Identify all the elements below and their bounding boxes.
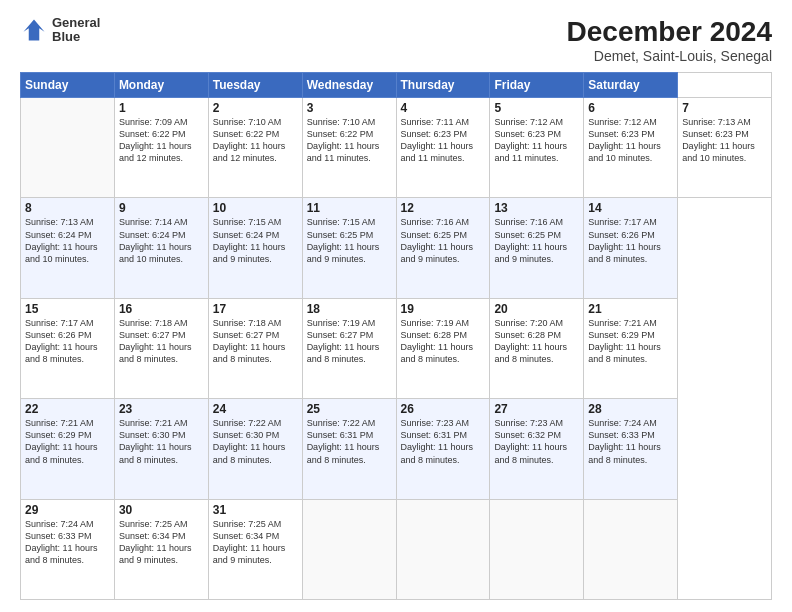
day-number: 1	[119, 101, 204, 115]
day-number: 25	[307, 402, 392, 416]
calendar-cell: 18Sunrise: 7:19 AMSunset: 6:27 PMDayligh…	[302, 298, 396, 398]
day-info: Sunrise: 7:18 AMSunset: 6:27 PMDaylight:…	[119, 317, 204, 366]
svg-marker-0	[24, 20, 45, 41]
day-number: 19	[401, 302, 486, 316]
day-info: Sunrise: 7:25 AMSunset: 6:34 PMDaylight:…	[119, 518, 204, 567]
day-info: Sunrise: 7:23 AMSunset: 6:32 PMDaylight:…	[494, 417, 579, 466]
day-number: 18	[307, 302, 392, 316]
logo-line1: General	[52, 16, 100, 30]
logo-line2: Blue	[52, 30, 100, 44]
calendar-cell: 13Sunrise: 7:16 AMSunset: 6:25 PMDayligh…	[490, 198, 584, 298]
calendar-cell: 6Sunrise: 7:12 AMSunset: 6:23 PMDaylight…	[584, 98, 678, 198]
day-info: Sunrise: 7:17 AMSunset: 6:26 PMDaylight:…	[588, 216, 673, 265]
day-info: Sunrise: 7:23 AMSunset: 6:31 PMDaylight:…	[401, 417, 486, 466]
day-header-sunday: Sunday	[21, 73, 115, 98]
calendar-cell: 5Sunrise: 7:12 AMSunset: 6:23 PMDaylight…	[490, 98, 584, 198]
calendar-cell: 12Sunrise: 7:16 AMSunset: 6:25 PMDayligh…	[396, 198, 490, 298]
day-info: Sunrise: 7:17 AMSunset: 6:26 PMDaylight:…	[25, 317, 110, 366]
day-info: Sunrise: 7:10 AMSunset: 6:22 PMDaylight:…	[307, 116, 392, 165]
day-info: Sunrise: 7:12 AMSunset: 6:23 PMDaylight:…	[588, 116, 673, 165]
day-number: 9	[119, 201, 204, 215]
calendar-cell: 21Sunrise: 7:21 AMSunset: 6:29 PMDayligh…	[584, 298, 678, 398]
calendar-cell: 19Sunrise: 7:19 AMSunset: 6:28 PMDayligh…	[396, 298, 490, 398]
day-info: Sunrise: 7:19 AMSunset: 6:27 PMDaylight:…	[307, 317, 392, 366]
day-info: Sunrise: 7:18 AMSunset: 6:27 PMDaylight:…	[213, 317, 298, 366]
logo-icon	[20, 16, 48, 44]
day-number: 30	[119, 503, 204, 517]
calendar-cell: 10Sunrise: 7:15 AMSunset: 6:24 PMDayligh…	[208, 198, 302, 298]
day-header-saturday: Saturday	[584, 73, 678, 98]
day-number: 20	[494, 302, 579, 316]
day-info: Sunrise: 7:10 AMSunset: 6:22 PMDaylight:…	[213, 116, 298, 165]
calendar-cell: 23Sunrise: 7:21 AMSunset: 6:30 PMDayligh…	[114, 399, 208, 499]
day-info: Sunrise: 7:21 AMSunset: 6:29 PMDaylight:…	[588, 317, 673, 366]
calendar-cell: 11Sunrise: 7:15 AMSunset: 6:25 PMDayligh…	[302, 198, 396, 298]
day-number: 11	[307, 201, 392, 215]
calendar-cell: 31Sunrise: 7:25 AMSunset: 6:34 PMDayligh…	[208, 499, 302, 599]
day-number: 26	[401, 402, 486, 416]
page: General Blue December 2024 Demet, Saint-…	[0, 0, 792, 612]
calendar-cell: 8Sunrise: 7:13 AMSunset: 6:24 PMDaylight…	[21, 198, 115, 298]
calendar-title: December 2024	[567, 16, 772, 48]
day-info: Sunrise: 7:09 AMSunset: 6:22 PMDaylight:…	[119, 116, 204, 165]
calendar-week-0: 1Sunrise: 7:09 AMSunset: 6:22 PMDaylight…	[21, 98, 772, 198]
day-number: 15	[25, 302, 110, 316]
calendar-cell	[302, 499, 396, 599]
calendar-cell: 4Sunrise: 7:11 AMSunset: 6:23 PMDaylight…	[396, 98, 490, 198]
day-number: 23	[119, 402, 204, 416]
logo: General Blue	[20, 16, 100, 45]
day-number: 12	[401, 201, 486, 215]
day-info: Sunrise: 7:14 AMSunset: 6:24 PMDaylight:…	[119, 216, 204, 265]
day-number: 31	[213, 503, 298, 517]
day-info: Sunrise: 7:21 AMSunset: 6:30 PMDaylight:…	[119, 417, 204, 466]
day-info: Sunrise: 7:16 AMSunset: 6:25 PMDaylight:…	[494, 216, 579, 265]
day-number: 2	[213, 101, 298, 115]
calendar-cell: 26Sunrise: 7:23 AMSunset: 6:31 PMDayligh…	[396, 399, 490, 499]
calendar-cell: 20Sunrise: 7:20 AMSunset: 6:28 PMDayligh…	[490, 298, 584, 398]
day-number: 24	[213, 402, 298, 416]
calendar-week-4: 29Sunrise: 7:24 AMSunset: 6:33 PMDayligh…	[21, 499, 772, 599]
day-header-wednesday: Wednesday	[302, 73, 396, 98]
calendar-cell: 22Sunrise: 7:21 AMSunset: 6:29 PMDayligh…	[21, 399, 115, 499]
day-number: 3	[307, 101, 392, 115]
day-number: 21	[588, 302, 673, 316]
calendar-cell	[396, 499, 490, 599]
day-number: 17	[213, 302, 298, 316]
calendar-cell: 29Sunrise: 7:24 AMSunset: 6:33 PMDayligh…	[21, 499, 115, 599]
calendar-cell: 16Sunrise: 7:18 AMSunset: 6:27 PMDayligh…	[114, 298, 208, 398]
day-info: Sunrise: 7:24 AMSunset: 6:33 PMDaylight:…	[25, 518, 110, 567]
calendar-table: SundayMondayTuesdayWednesdayThursdayFrid…	[20, 72, 772, 600]
title-block: December 2024 Demet, Saint-Louis, Senega…	[567, 16, 772, 64]
calendar-cell: 14Sunrise: 7:17 AMSunset: 6:26 PMDayligh…	[584, 198, 678, 298]
day-number: 8	[25, 201, 110, 215]
day-info: Sunrise: 7:16 AMSunset: 6:25 PMDaylight:…	[401, 216, 486, 265]
day-info: Sunrise: 7:22 AMSunset: 6:30 PMDaylight:…	[213, 417, 298, 466]
day-number: 28	[588, 402, 673, 416]
calendar-cell: 28Sunrise: 7:24 AMSunset: 6:33 PMDayligh…	[584, 399, 678, 499]
day-info: Sunrise: 7:12 AMSunset: 6:23 PMDaylight:…	[494, 116, 579, 165]
day-info: Sunrise: 7:15 AMSunset: 6:25 PMDaylight:…	[307, 216, 392, 265]
day-info: Sunrise: 7:24 AMSunset: 6:33 PMDaylight:…	[588, 417, 673, 466]
day-info: Sunrise: 7:21 AMSunset: 6:29 PMDaylight:…	[25, 417, 110, 466]
day-number: 4	[401, 101, 486, 115]
calendar-cell: 25Sunrise: 7:22 AMSunset: 6:31 PMDayligh…	[302, 399, 396, 499]
calendar-cell	[584, 499, 678, 599]
day-info: Sunrise: 7:13 AMSunset: 6:23 PMDaylight:…	[682, 116, 767, 165]
day-number: 29	[25, 503, 110, 517]
day-header-tuesday: Tuesday	[208, 73, 302, 98]
day-number: 10	[213, 201, 298, 215]
day-info: Sunrise: 7:13 AMSunset: 6:24 PMDaylight:…	[25, 216, 110, 265]
calendar-cell: 9Sunrise: 7:14 AMSunset: 6:24 PMDaylight…	[114, 198, 208, 298]
day-info: Sunrise: 7:15 AMSunset: 6:24 PMDaylight:…	[213, 216, 298, 265]
day-info: Sunrise: 7:22 AMSunset: 6:31 PMDaylight:…	[307, 417, 392, 466]
day-number: 5	[494, 101, 579, 115]
calendar-week-3: 22Sunrise: 7:21 AMSunset: 6:29 PMDayligh…	[21, 399, 772, 499]
day-info: Sunrise: 7:19 AMSunset: 6:28 PMDaylight:…	[401, 317, 486, 366]
day-info: Sunrise: 7:11 AMSunset: 6:23 PMDaylight:…	[401, 116, 486, 165]
day-number: 6	[588, 101, 673, 115]
calendar-header-row: SundayMondayTuesdayWednesdayThursdayFrid…	[21, 73, 772, 98]
calendar-cell: 1Sunrise: 7:09 AMSunset: 6:22 PMDaylight…	[114, 98, 208, 198]
calendar-week-1: 8Sunrise: 7:13 AMSunset: 6:24 PMDaylight…	[21, 198, 772, 298]
header: General Blue December 2024 Demet, Saint-…	[20, 16, 772, 64]
day-number: 22	[25, 402, 110, 416]
